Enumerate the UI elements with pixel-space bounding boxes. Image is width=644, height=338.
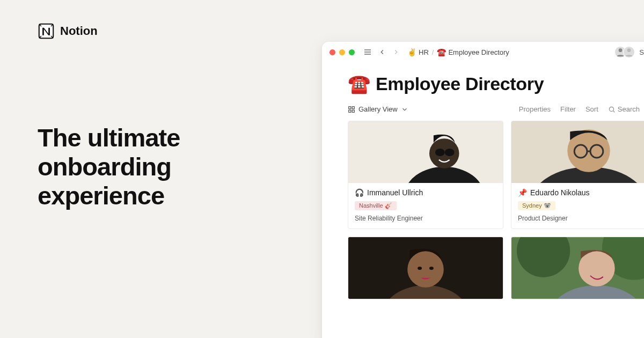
view-toolbar-actions: Properties Filter Sort Search (519, 105, 640, 113)
chevron-down-icon (401, 106, 408, 113)
topbar-right: Share (614, 46, 644, 58)
person-photo-placeholder (348, 237, 503, 299)
svg-point-10 (609, 107, 613, 111)
search-button[interactable]: Search (608, 105, 640, 113)
search-label: Search (618, 105, 640, 113)
brand-logo-block: Notion (38, 23, 98, 40)
minimize-window-icon[interactable] (339, 49, 345, 55)
filter-button[interactable]: Filter (560, 105, 576, 113)
svg-point-4 (619, 48, 623, 52)
card-body: 📌 Eduardo Nikolaus Sydney 🐨 Product Desi… (511, 183, 644, 229)
employee-card[interactable]: 📌 Eduardo Nikolaus Sydney 🐨 Product Desi… (511, 121, 644, 229)
properties-button[interactable]: Properties (519, 105, 551, 113)
card-cover-image (348, 121, 503, 183)
nav-forward-button[interactable] (391, 47, 401, 57)
card-cover-image (511, 237, 644, 299)
svg-rect-9 (349, 110, 351, 112)
person-photo-placeholder (511, 237, 644, 299)
page-title[interactable]: Employee Directory (376, 74, 544, 94)
page-emoji-icon[interactable]: ☎️ (348, 73, 370, 94)
view-selector[interactable]: Gallery View (348, 105, 408, 113)
employee-card[interactable]: 🎧 Immanuel Ullrich Nashville 🎸 Site Reli… (348, 121, 503, 229)
breadcrumb-label: Employee Directory (448, 48, 509, 56)
brand-name: Notion (60, 24, 98, 38)
location-tag: Nashville 🎸 (355, 201, 397, 210)
svg-rect-8 (352, 110, 354, 112)
breadcrumb: ✌️ HR / ☎️ Employee Directory (407, 48, 509, 56)
sort-button[interactable]: Sort (586, 105, 598, 113)
close-window-icon[interactable] (330, 49, 335, 55)
view-label: Gallery View (358, 105, 398, 113)
employee-role: Site Reliability Engineer (355, 215, 496, 222)
emoji-icon: 📌 (518, 188, 527, 197)
share-button[interactable]: Share (639, 48, 644, 56)
svg-point-5 (627, 48, 631, 52)
emoji-icon: 🎧 (355, 188, 364, 197)
svg-point-16 (445, 149, 455, 156)
employee-name: Eduardo Nikolaus (530, 188, 590, 197)
app-window: ✌️ HR / ☎️ Employee Directory Share ☎️ (322, 42, 644, 338)
marketing-headline: The ultimate onboarding experience (38, 123, 268, 210)
page-header: ☎️ Employee Directory (322, 62, 644, 99)
nav-back-button[interactable] (377, 47, 387, 57)
card-name-row: 📌 Eduardo Nikolaus (518, 188, 644, 197)
card-body: 🎧 Immanuel Ullrich Nashville 🎸 Site Reli… (348, 183, 503, 229)
sidebar-toggle-icon[interactable] (362, 47, 373, 57)
employee-card[interactable] (348, 237, 503, 299)
breadcrumb-employee-directory[interactable]: ☎️ Employee Directory (437, 48, 509, 56)
collaborator-avatars[interactable] (614, 46, 635, 58)
person-photo-placeholder (511, 121, 644, 183)
svg-point-25 (407, 251, 444, 288)
card-cover-image (511, 121, 644, 183)
svg-point-27 (429, 267, 434, 270)
person-photo-placeholder (348, 121, 503, 183)
svg-rect-7 (352, 106, 354, 108)
breadcrumb-separator: / (432, 48, 434, 56)
svg-point-15 (435, 149, 445, 156)
svg-point-26 (418, 267, 422, 270)
emoji-icon: ☎️ (437, 48, 446, 56)
employee-name: Immanuel Ullrich (367, 188, 423, 197)
breadcrumb-hr[interactable]: ✌️ HR (407, 48, 429, 56)
employee-role: Product Designer (518, 215, 644, 222)
svg-rect-6 (349, 106, 351, 108)
svg-line-11 (613, 111, 615, 112)
view-toolbar: Gallery View Properties Filter Sort Sear… (322, 99, 644, 121)
location-tag: Sydney 🐨 (518, 201, 555, 210)
notion-logo-icon (38, 23, 55, 40)
avatar-icon (623, 46, 635, 58)
emoji-icon: ✌️ (407, 48, 416, 56)
card-cover-image (348, 237, 503, 299)
maximize-window-icon[interactable] (349, 49, 355, 55)
breadcrumb-label: HR (419, 48, 429, 56)
search-icon (608, 106, 616, 113)
employee-card[interactable] (511, 237, 644, 299)
card-name-row: 🎧 Immanuel Ullrich (355, 188, 496, 197)
grid-icon (348, 106, 355, 113)
window-traffic-lights (330, 49, 355, 55)
gallery-grid: 🎧 Immanuel Ullrich Nashville 🎸 Site Reli… (322, 121, 644, 299)
window-topbar: ✌️ HR / ☎️ Employee Directory Share (322, 42, 644, 62)
